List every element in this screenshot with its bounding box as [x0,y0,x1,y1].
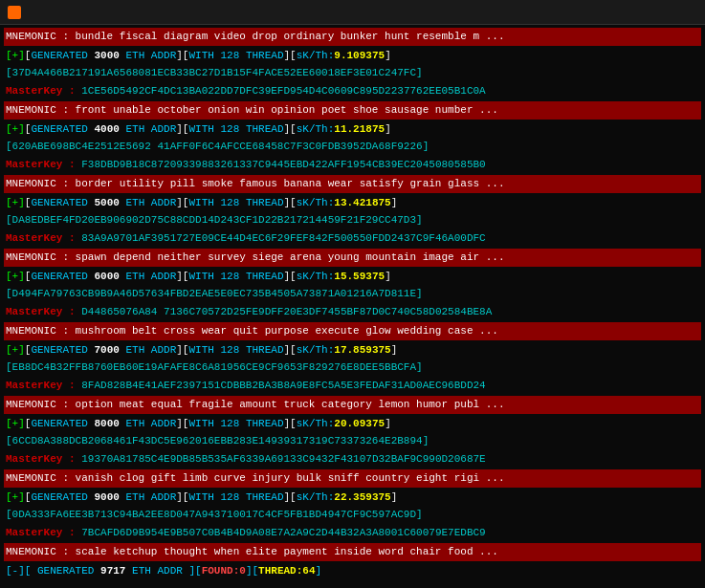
generated-line: [+][GENERATED 3000 ETH ADDR][WITH 128 TH… [4,47,701,65]
entry-block: MNEMONIC : scale ketchup thought when el… [4,543,701,579]
masterkey-line: MasterKey : D44865076A84 7136C70572D25FE… [4,303,701,321]
generated-line: [-][ GENERATED 9717 ETH ADDR ][FOUND:0][… [4,562,701,580]
hash-line: [620ABE698BC4E2512E5692 41AFF0F6C4AFCCE6… [4,138,701,156]
mnemonic-line: MNEMONIC : border utility pill smoke fam… [4,175,701,193]
content-area: MNEMONIC : bundle fiscal diagram video d… [0,25,705,588]
entry-block: MNEMONIC : front unable october onion wi… [4,101,701,173]
generated-line: [+][GENERATED 6000 ETH ADDR][WITH 128 TH… [4,268,701,286]
entry-block: MNEMONIC : bundle fiscal diagram video d… [4,28,701,99]
masterkey-line: MasterKey : F38DBD9B18C87209339883261337… [4,156,701,174]
hash-line: [EB8DC4B32FFB8760EB60E19AFAFE8C6A81956CE… [4,359,701,377]
mnemonic-line: MNEMONIC : bundle fiscal diagram video d… [4,28,701,46]
app-icon [8,6,21,19]
title-bar [0,0,705,25]
mnemonic-line: MNEMONIC : front unable october onion wi… [4,101,701,120]
masterkey-line: MasterKey : 1CE56D5492CF4DC13BA022DD7DFC… [4,82,701,100]
masterkey-line: MasterKey : 7BCAFD6D9B954E9B507C0B4B4D9A… [4,524,701,542]
hash-line: [DA8EDBEF4FD20EB906902D75C88CDD14D243CF1… [4,211,701,229]
generated-line: [+][GENERATED 8000 ETH ADDR][WITH 128 TH… [4,415,701,433]
mnemonic-line: MNEMONIC : option meat equal fragile amo… [4,396,701,414]
generated-line: [+][GENERATED 7000 ETH ADDR][WITH 128 TH… [4,341,701,359]
mnemonic-line: MNEMONIC : vanish clog gift limb curve i… [4,469,701,488]
entry-block: MNEMONIC : mushroom belt cross wear quit… [4,322,701,394]
entry-block: MNEMONIC : option meat equal fragile amo… [4,396,701,468]
hash-line: [0DA333FA6EE3B713C94BA2EE8D047A943710017… [4,506,701,524]
entry-block: MNEMONIC : spawn depend neither survey s… [4,249,701,320]
mnemonic-line: MNEMONIC : scale ketchup thought when el… [4,543,701,561]
generated-line: [+][GENERATED 4000 ETH ADDR][WITH 128 TH… [4,120,701,139]
generated-line: [+][GENERATED 5000 ETH ADDR][WITH 128 TH… [4,194,701,212]
mnemonic-line: MNEMONIC : spawn depend neither survey s… [4,249,701,267]
generated-line: [+][GENERATED 9000 ETH ADDR][WITH 128 TH… [4,489,701,507]
masterkey-line: MasterKey : 19370A81785C4E9DB85B535AF633… [4,450,701,468]
masterkey-line: MasterKey : 8FAD828B4E41AEF2397151CDBBB2… [4,377,701,395]
entry-block: MNEMONIC : border utility pill smoke fam… [4,175,701,247]
mnemonic-line: MNEMONIC : mushroom belt cross wear quit… [4,322,701,340]
hash-line: [37D4A466B217191A6568081ECB33BC27D1B15F4… [4,64,701,82]
entry-block: MNEMONIC : vanish clog gift limb curve i… [4,469,701,541]
hash-line: [D494FA79763CB9B9A46D57634FBD2EAE5E0EC73… [4,285,701,303]
hash-line: [6CCD8A388DCB2068461F43DC5E962016EBB283E… [4,432,701,450]
masterkey-line: MasterKey : 83A9A9701AF3951727E09CE44D4E… [4,229,701,248]
